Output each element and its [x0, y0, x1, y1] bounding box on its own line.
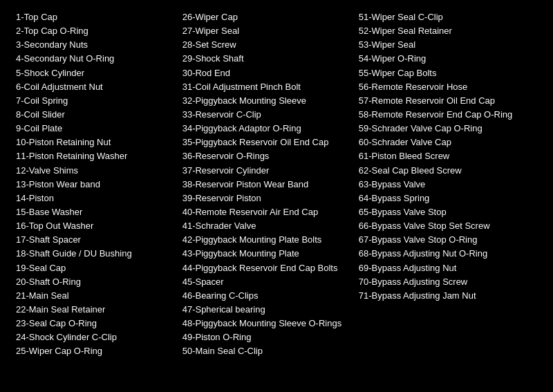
- list-item: 43-Piggyback Mounting Plate: [182, 247, 348, 261]
- list-item: 55-Wiper Cap Bolts: [359, 66, 537, 80]
- list-item: 42-Piggyback Mounting Plate Bolts: [182, 233, 348, 247]
- parts-list: 1-Top Cap2-Top Cap O-Ring3-Secondary Nut…: [10, 7, 543, 362]
- list-item: 11-Piston Retaining Washer: [16, 149, 171, 163]
- list-item: 68-Bypass Adjusting Nut O-Ring: [359, 247, 537, 261]
- list-item: 13-Piston Wear band: [16, 178, 171, 192]
- list-item: 17-Shaft Spacer: [16, 233, 171, 247]
- list-item: 10-Piston Retaining Nut: [16, 136, 171, 149]
- list-item: 56-Remote Reservoir Hose: [359, 80, 537, 94]
- list-item: 2-Top Cap O-Ring: [16, 24, 171, 38]
- list-item: 37-Reservoir Cylinder: [182, 164, 348, 178]
- list-item: 30-Rod End: [182, 66, 348, 80]
- list-item: 67-Bypass Valve Stop O-Ring: [359, 233, 537, 247]
- list-item: 36-Reservoir O-Rings: [182, 149, 348, 163]
- list-item: 32-Piggyback Mounting Sleeve: [182, 94, 348, 108]
- list-item: 15-Base Washer: [16, 205, 171, 219]
- list-item: 34-Piggyback Adaptor O-Ring: [182, 122, 348, 136]
- list-item: 27-Wiper Seal: [182, 24, 348, 38]
- list-item: 3-Secondary Nuts: [16, 38, 171, 52]
- list-item: 54-Wiper O-Ring: [359, 52, 537, 66]
- list-item: 33-Reservoir C-Clip: [182, 108, 348, 122]
- list-item: 63-Bypass Valve: [359, 178, 537, 192]
- column-3: 51-Wiper Seal C-Clip52-Wiper Seal Retain…: [353, 7, 543, 362]
- list-item: 52-Wiper Seal Retainer: [359, 24, 537, 38]
- list-item: 61-Piston Bleed Screw: [359, 149, 537, 163]
- list-item: 26-Wiper Cap: [182, 10, 348, 24]
- list-item: 66-Bypass Valve Stop Set Screw: [359, 219, 537, 233]
- list-item: 5-Shock Cylinder: [16, 66, 171, 80]
- list-item: 71-Bypass Adjusting Jam Nut: [359, 289, 537, 303]
- list-item: 45-Spacer: [182, 275, 348, 289]
- list-item: 25-Wiper Cap O-Ring: [16, 344, 171, 358]
- list-item: 21-Main Seal: [16, 289, 171, 303]
- list-item: 47-Spherical bearing: [182, 303, 348, 317]
- list-item: 14-Piston: [16, 192, 171, 205]
- list-item: 62-Seal Cap Bleed Screw: [359, 164, 537, 178]
- list-item: 28-Set Screw: [182, 38, 348, 52]
- list-item: 23-Seal Cap O-Ring: [16, 317, 171, 330]
- list-item: 39-Reservoir Piston: [182, 192, 348, 205]
- list-item: 46-Bearing C-Clips: [182, 289, 348, 303]
- list-item: 16-Top Out Washer: [16, 219, 171, 233]
- list-item: 12-Valve Shims: [16, 164, 171, 178]
- list-item: 57-Remote Reservoir Oil End Cap: [359, 94, 537, 108]
- list-item: 1-Top Cap: [16, 10, 171, 24]
- list-item: 9-Coil Plate: [16, 122, 171, 136]
- list-item: 35-Piggyback Reservoir Oil End Cap: [182, 136, 348, 149]
- list-item: 64-Bypass Spring: [359, 192, 537, 205]
- list-item: 65-Bypass Valve Stop: [359, 205, 537, 219]
- list-item: 60-Schrader Valve Cap: [359, 136, 537, 149]
- list-item: 70-Bypass Adjusting Screw: [359, 275, 537, 289]
- list-item: 58-Remote Reservoir End Cap O-Ring: [359, 108, 537, 122]
- list-item: 20-Shaft O-Ring: [16, 275, 171, 289]
- list-item: 44-Piggyback Reservoir End Cap Bolts: [182, 261, 348, 275]
- list-item: 49-Piston O-Ring: [182, 330, 348, 344]
- list-item: 29-Shock Shaft: [182, 52, 348, 66]
- list-item: 31-Coil Adjustment Pinch Bolt: [182, 80, 348, 94]
- list-item: 40-Remote Reservoir Air End Cap: [182, 205, 348, 219]
- list-item: 50-Main Seal C-Clip: [182, 344, 348, 358]
- column-2: 26-Wiper Cap27-Wiper Seal28-Set Screw29-…: [177, 7, 353, 362]
- list-item: 53-Wiper Seal: [359, 38, 537, 52]
- list-item: 6-Coil Adjustment Nut: [16, 80, 171, 94]
- column-1: 1-Top Cap2-Top Cap O-Ring3-Secondary Nut…: [10, 7, 177, 362]
- list-item: 24-Shock Cylinder C-Clip: [16, 330, 171, 344]
- list-item: 41-Schrader Valve: [182, 219, 348, 233]
- list-item: 51-Wiper Seal C-Clip: [359, 10, 537, 24]
- list-item: 48-Piggyback Mounting Sleeve O-Rings: [182, 317, 348, 330]
- list-item: 38-Reservoir Piston Wear Band: [182, 178, 348, 192]
- list-item: 59-Schrader Valve Cap O-Ring: [359, 122, 537, 136]
- list-item: 22-Main Seal Retainer: [16, 303, 171, 317]
- list-item: 69-Bypass Adjusting Nut: [359, 261, 537, 275]
- list-item: 4-Secondary Nut O-Ring: [16, 52, 171, 66]
- list-item: 18-Shaft Guide / DU Bushing: [16, 247, 171, 261]
- list-item: 19-Seal Cap: [16, 261, 171, 275]
- list-item: 7-Coil Spring: [16, 94, 171, 108]
- list-item: 8-Coil Slider: [16, 108, 171, 122]
